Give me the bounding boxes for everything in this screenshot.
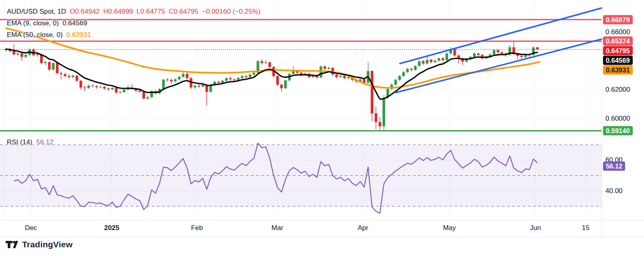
axis-price-label: 0.60000 — [605, 115, 630, 123]
rsi-value: 56.12 — [36, 138, 53, 146]
tradingview-chart-window: AUD/USD Spot, 1D O0.64942 H0.64999 L0.64… — [0, 0, 644, 259]
tradingview-logo-icon — [6, 239, 18, 250]
time-tick-Jun: Jun — [530, 224, 541, 232]
time-tick-2025: 2025 — [104, 224, 119, 232]
price-badge-56.12: 56.12 — [603, 162, 625, 171]
ema9-value: 0.64569 — [62, 19, 87, 27]
ema9-legend-row[interactable]: EMA (9, close, 0) 0.64569 — [7, 17, 260, 29]
symbol-legend-row[interactable]: AUD/USD Spot, 1D O0.64942 H0.64999 L0.64… — [7, 6, 260, 17]
ohlc-high: H0.64999 — [103, 8, 133, 16]
price-badge-0.65374: 0.65374 — [603, 37, 633, 46]
ohlc-change: −0.00160 (−0.25%) — [202, 8, 260, 16]
tradingview-logo-text: TradingView — [22, 240, 73, 249]
ema50-legend-row[interactable]: EMA (50, close, 0) 0.63931 — [7, 29, 260, 41]
rsi-band — [0, 145, 602, 206]
ohlc-open: O0.64942 — [70, 8, 100, 16]
channel-lower-trendline[interactable] — [396, 39, 602, 92]
time-tick-Apr: Apr — [358, 224, 368, 232]
symbol-title[interactable]: AUD/USD Spot, 1D — [7, 8, 66, 16]
candles-layer — [5, 41, 539, 131]
ema50-label[interactable]: EMA (50, close, 0) — [7, 31, 63, 39]
rsi-label[interactable]: RSI (14) — [7, 138, 32, 146]
axis-rsi-label: 40.00 — [605, 187, 623, 195]
ema50-value: 0.63931 — [66, 31, 91, 39]
price-badge-0.64795: 0.64795 — [603, 46, 633, 56]
tradingview-logo[interactable]: TradingView — [6, 239, 73, 250]
time-tick-May: May — [443, 224, 456, 232]
price-badge-0.64569: 0.64569 — [603, 56, 633, 65]
main-legend: AUD/USD Spot, 1D O0.64942 H0.64999 L0.64… — [7, 6, 260, 41]
axis-price-label: 0.62000 — [605, 86, 630, 94]
price-badge-0.66879: 0.66879 — [603, 15, 633, 24]
rsi-legend-row[interactable]: RSI (14) 56.12 — [7, 138, 53, 146]
axis-price-label: 0.66000 — [605, 28, 630, 36]
time-tick-Feb: Feb — [191, 224, 203, 232]
ohlc-close: C0.64795 — [169, 8, 199, 16]
time-tick-Dec: Dec — [25, 224, 37, 232]
ema9-label[interactable]: EMA (9, close, 0) — [7, 19, 59, 27]
time-tick-15: 15 — [582, 224, 590, 232]
price-badge-0.59140: 0.59140 — [603, 126, 633, 136]
ohlc-low: L0.64775 — [137, 8, 165, 16]
time-tick-Mar: Mar — [271, 224, 283, 232]
price-badge-0.63931: 0.63931 — [603, 66, 633, 75]
